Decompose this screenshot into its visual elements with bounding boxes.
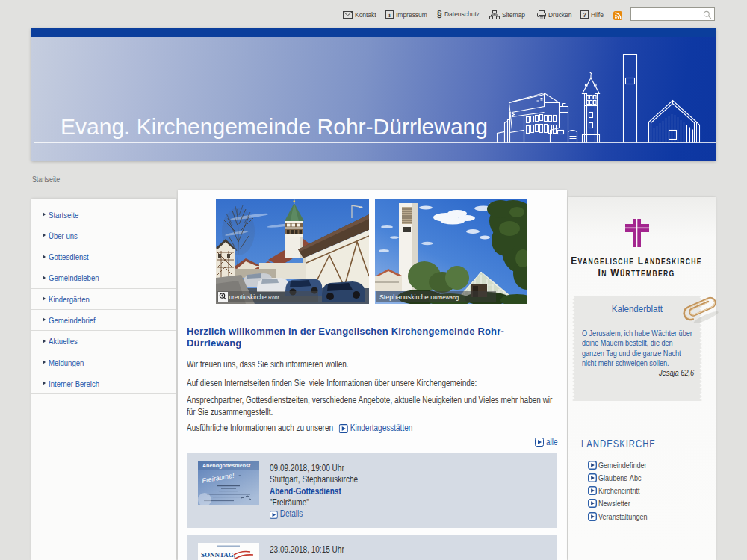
svg-text:?: ? xyxy=(583,11,587,19)
svg-text:Stephanuskirche Dürrlewang: Stephanuskirche Dürrlewang xyxy=(379,293,459,301)
svg-text:SONNTAG,: SONNTAG, xyxy=(201,551,235,559)
svg-text:i: i xyxy=(388,11,391,19)
svg-text:urentiuskirche Rohr: urentiuskirche Rohr xyxy=(229,293,280,302)
svg-text:Abendgottesdienst: Abendgottesdienst xyxy=(202,462,251,469)
